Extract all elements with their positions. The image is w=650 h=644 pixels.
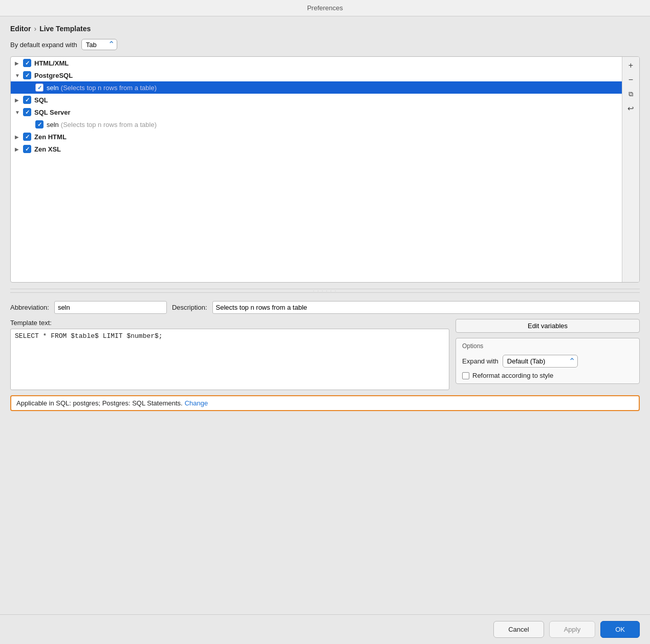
edit-variables-button[interactable]: Edit variables <box>456 319 640 333</box>
reset-template-button[interactable]: ↩ <box>624 102 638 115</box>
copy-template-button[interactable]: ⧉ <box>624 88 638 101</box>
arrow-icon: ▶ <box>15 146 22 152</box>
item-desc-seln-pg: (Selects top n rows from a table) <box>61 84 157 92</box>
abbrev-desc-row: Abbreviation: Description: <box>10 301 640 314</box>
expand-with-options-row: Expand with Default (Tab) Tab Enter Spac… <box>462 355 633 368</box>
checkbox-seln-pg[interactable] <box>35 83 44 92</box>
checkbox-sql[interactable] <box>23 96 31 104</box>
expand-with-options-label: Expand with <box>462 357 499 365</box>
breadcrumb-separator: › <box>34 25 36 33</box>
cancel-button[interactable]: Cancel <box>493 621 544 638</box>
divider-handle[interactable]: · · · · · · <box>10 289 640 293</box>
options-title: Options <box>462 342 633 350</box>
abbreviation-input[interactable] <box>54 301 167 314</box>
item-label-postgresql: PostgreSQL <box>34 72 73 79</box>
remove-template-button[interactable]: − <box>624 73 638 87</box>
main-content: Editor › Live Templates By default expan… <box>0 16 650 614</box>
item-label-zen-xsl: Zen XSL <box>34 145 61 153</box>
tree-sidebar: + − ⧉ ↩ <box>622 57 639 282</box>
abbreviation-label: Abbreviation: <box>10 304 49 311</box>
options-group: Options Expand with Default (Tab) Tab En… <box>456 338 640 384</box>
expand-with-options-select[interactable]: Default (Tab) Tab Enter Space <box>507 357 569 365</box>
checkbox-html-xml[interactable] <box>23 59 31 67</box>
breadcrumb-editor: Editor <box>10 25 31 33</box>
expand-with-label: By default expand with <box>10 41 77 49</box>
breadcrumb-live-templates: Live Templates <box>39 25 91 33</box>
arrow-icon: ▼ <box>15 110 22 115</box>
divider-dots: · · · · · · <box>313 289 337 293</box>
item-label-seln-ss: seln <box>47 121 59 128</box>
template-textarea[interactable]: <span class="code-normal">SELECT * FROM … <box>10 329 449 390</box>
expand-with-row: By default expand with Tab Enter Space ⌃ <box>10 39 640 50</box>
arrow-icon: ▶ <box>15 134 22 140</box>
template-left: Template text: <span class="code-normal"… <box>10 319 449 390</box>
tree-item-seln-pg[interactable]: seln (Selects top n rows from a table) <box>11 81 622 94</box>
reformat-checkbox[interactable] <box>462 372 469 379</box>
template-text-label: Template text: <box>10 319 449 327</box>
item-label-seln-pg: seln <box>47 84 59 92</box>
item-label-zen-html: Zen HTML <box>34 133 67 141</box>
description-input[interactable] <box>212 301 640 314</box>
template-row: Template text: <span class="code-normal"… <box>10 319 640 390</box>
expand-with-select[interactable]: Tab Enter Space <box>86 41 106 49</box>
expand-with-chevron-icon: ⌃ <box>108 40 115 49</box>
expand-with-options-select-wrap[interactable]: Default (Tab) Tab Enter Space ⌃ <box>503 355 578 368</box>
window-title: Preferences <box>307 4 343 12</box>
applicable-change-link[interactable]: Change <box>185 399 208 407</box>
checkbox-zen-xsl[interactable] <box>23 145 31 153</box>
template-right: Edit variables Options Expand with Defau… <box>456 319 640 384</box>
title-bar: Preferences <box>0 0 650 16</box>
tree-item-sql[interactable]: ▶ SQL <box>11 94 622 106</box>
bottom-form: Abbreviation: Description: Template text… <box>10 299 640 413</box>
description-label: Description: <box>172 304 207 311</box>
bottom-buttons: Cancel Apply OK <box>0 614 650 644</box>
reformat-label: Reformat according to style <box>472 372 553 379</box>
tree-panel[interactable]: ▶ HTML/XML ▼ PostgreSQL seln (Selects to… <box>11 57 622 282</box>
tree-item-zen-xsl[interactable]: ▶ Zen XSL <box>11 143 622 155</box>
arrow-icon: ▼ <box>15 73 22 78</box>
item-label-sql-server: SQL Server <box>34 109 71 116</box>
tree-item-zen-html[interactable]: ▶ Zen HTML <box>11 131 622 143</box>
reformat-row: Reformat according to style <box>462 372 633 379</box>
tree-item-sql-server[interactable]: ▼ SQL Server <box>11 106 622 118</box>
applicable-text: Applicable in SQL: postgres; Postgres: S… <box>16 399 183 407</box>
breadcrumb: Editor › Live Templates <box>10 25 640 33</box>
expand-with-options-chevron-icon: ⌃ <box>569 356 575 366</box>
apply-button[interactable]: Apply <box>549 621 596 638</box>
ok-button[interactable]: OK <box>600 621 640 638</box>
tree-item-seln-ss[interactable]: seln (Selects top n rows from a table) <box>11 118 622 131</box>
item-desc-seln-ss: (Selects top n rows from a table) <box>61 121 157 128</box>
arrow-icon: ▶ <box>15 97 22 103</box>
tree-panel-wrap: ▶ HTML/XML ▼ PostgreSQL seln (Selects to… <box>10 56 640 283</box>
item-label-sql: SQL <box>34 96 48 104</box>
arrow-icon: ▶ <box>15 60 22 66</box>
tree-item-postgresql[interactable]: ▼ PostgreSQL <box>11 69 622 81</box>
checkbox-postgresql[interactable] <box>23 71 31 79</box>
checkbox-sql-server[interactable] <box>23 108 31 116</box>
add-template-button[interactable]: + <box>624 59 638 72</box>
expand-with-select-wrap[interactable]: Tab Enter Space ⌃ <box>81 39 117 50</box>
applicable-bar: Applicable in SQL: postgres; Postgres: S… <box>10 395 640 411</box>
checkbox-zen-html[interactable] <box>23 133 31 141</box>
checkbox-seln-ss[interactable] <box>35 120 44 128</box>
item-label-html-xml: HTML/XML <box>34 59 69 67</box>
tree-item-html-xml[interactable]: ▶ HTML/XML <box>11 57 622 69</box>
